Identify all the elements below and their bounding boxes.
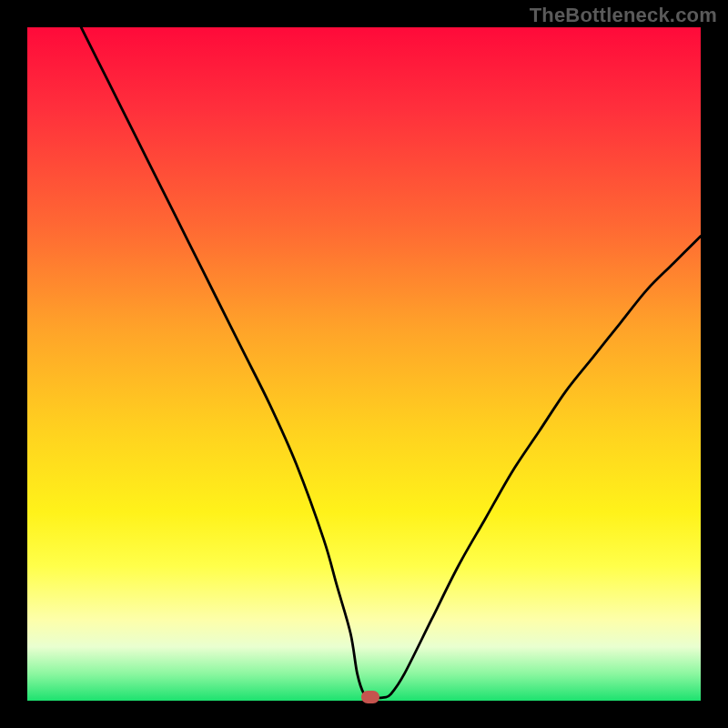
optimal-marker — [361, 691, 379, 703]
plot-area — [27, 27, 701, 701]
curve-svg — [27, 27, 701, 701]
bottleneck-curve — [81, 27, 701, 698]
chart-frame: TheBottleneck.com — [0, 0, 728, 728]
watermark-label: TheBottleneck.com — [530, 4, 717, 27]
